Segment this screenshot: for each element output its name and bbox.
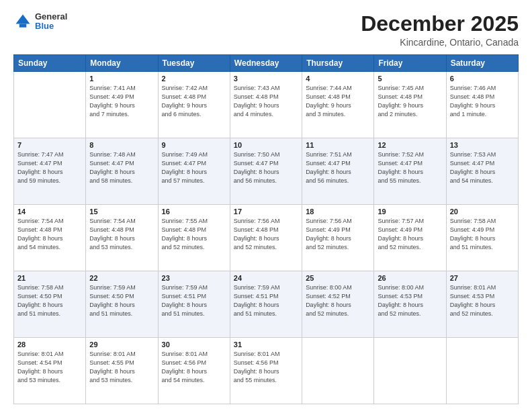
day-info: Sunrise: 8:00 AM Sunset: 4:53 PM Dayligh… xyxy=(378,283,442,318)
table-row: 10Sunrise: 7:50 AM Sunset: 4:47 PM Dayli… xyxy=(230,138,302,205)
day-info: Sunrise: 8:01 AM Sunset: 4:55 PM Dayligh… xyxy=(89,350,154,385)
table-row: 27Sunrise: 8:01 AM Sunset: 4:53 PM Dayli… xyxy=(446,271,518,338)
table-row: 18Sunrise: 7:56 AM Sunset: 4:49 PM Dayli… xyxy=(302,205,374,271)
table-row: 9Sunrise: 7:49 AM Sunset: 4:47 PM Daylig… xyxy=(158,138,230,205)
calendar-location: Kincardine, Ontario, Canada xyxy=(361,37,519,48)
col-friday: Friday xyxy=(374,55,446,72)
day-info: Sunrise: 7:50 AM Sunset: 4:47 PM Dayligh… xyxy=(234,150,298,185)
day-info: Sunrise: 8:00 AM Sunset: 4:52 PM Dayligh… xyxy=(306,283,370,318)
day-info: Sunrise: 7:56 AM Sunset: 4:48 PM Dayligh… xyxy=(234,217,298,252)
day-number: 30 xyxy=(162,340,226,349)
table-row: 31Sunrise: 8:01 AM Sunset: 4:56 PM Dayli… xyxy=(230,338,302,404)
header-row: Sunday Monday Tuesday Wednesday Thursday… xyxy=(14,55,519,72)
calendar-week-row: 21Sunrise: 7:58 AM Sunset: 4:50 PM Dayli… xyxy=(14,271,519,338)
day-number: 3 xyxy=(234,75,298,83)
day-info: Sunrise: 7:51 AM Sunset: 4:47 PM Dayligh… xyxy=(306,150,370,185)
day-info: Sunrise: 8:01 AM Sunset: 4:56 PM Dayligh… xyxy=(234,350,298,385)
table-row: 28Sunrise: 8:01 AM Sunset: 4:54 PM Dayli… xyxy=(14,338,86,404)
day-info: Sunrise: 7:58 AM Sunset: 4:49 PM Dayligh… xyxy=(450,217,515,252)
day-number: 6 xyxy=(450,75,515,83)
col-tuesday: Tuesday xyxy=(158,55,230,72)
day-number: 4 xyxy=(306,75,370,83)
col-monday: Monday xyxy=(86,55,158,72)
day-number: 11 xyxy=(306,141,370,149)
calendar-week-row: 28Sunrise: 8:01 AM Sunset: 4:54 PM Dayli… xyxy=(14,338,519,404)
table-row: 12Sunrise: 7:52 AM Sunset: 4:47 PM Dayli… xyxy=(374,138,446,205)
table-row: 15Sunrise: 7:54 AM Sunset: 4:48 PM Dayli… xyxy=(86,205,158,271)
day-info: Sunrise: 7:42 AM Sunset: 4:48 PM Dayligh… xyxy=(162,84,226,119)
day-number: 17 xyxy=(234,208,298,216)
day-number: 28 xyxy=(17,340,82,349)
day-number: 22 xyxy=(89,274,154,282)
day-number: 5 xyxy=(378,75,442,83)
day-info: Sunrise: 7:49 AM Sunset: 4:47 PM Dayligh… xyxy=(162,150,226,185)
day-number: 18 xyxy=(306,208,370,216)
day-number: 23 xyxy=(162,274,226,282)
table-row: 26Sunrise: 8:00 AM Sunset: 4:53 PM Dayli… xyxy=(374,271,446,338)
day-number: 20 xyxy=(450,208,515,216)
table-row xyxy=(14,72,86,138)
calendar-title: December 2025 xyxy=(361,12,519,36)
day-info: Sunrise: 8:01 AM Sunset: 4:56 PM Dayligh… xyxy=(162,350,226,385)
day-number: 21 xyxy=(17,274,82,282)
table-row: 2Sunrise: 7:42 AM Sunset: 4:48 PM Daylig… xyxy=(158,72,230,138)
col-saturday: Saturday xyxy=(446,55,518,72)
col-thursday: Thursday xyxy=(302,55,374,72)
table-row: 17Sunrise: 7:56 AM Sunset: 4:48 PM Dayli… xyxy=(230,205,302,271)
table-row xyxy=(446,338,518,404)
day-info: Sunrise: 7:57 AM Sunset: 4:49 PM Dayligh… xyxy=(378,217,442,252)
header: General Blue December 2025 Kincardine, O… xyxy=(13,12,519,48)
day-info: Sunrise: 8:01 AM Sunset: 4:54 PM Dayligh… xyxy=(17,350,82,385)
logo-icon xyxy=(13,12,32,31)
day-number: 31 xyxy=(234,340,298,349)
table-row: 1Sunrise: 7:41 AM Sunset: 4:49 PM Daylig… xyxy=(86,72,158,138)
title-block: December 2025 Kincardine, Ontario, Canad… xyxy=(361,12,519,48)
day-info: Sunrise: 7:59 AM Sunset: 4:50 PM Dayligh… xyxy=(89,283,154,318)
table-row: 25Sunrise: 8:00 AM Sunset: 4:52 PM Dayli… xyxy=(302,271,374,338)
day-info: Sunrise: 7:54 AM Sunset: 4:48 PM Dayligh… xyxy=(17,217,82,252)
table-row: 8Sunrise: 7:48 AM Sunset: 4:47 PM Daylig… xyxy=(86,138,158,205)
logo-blue-text: Blue xyxy=(35,21,67,31)
day-number: 7 xyxy=(17,141,82,149)
day-info: Sunrise: 7:58 AM Sunset: 4:50 PM Dayligh… xyxy=(17,283,82,318)
day-info: Sunrise: 7:43 AM Sunset: 4:48 PM Dayligh… xyxy=(234,84,298,119)
table-row: 19Sunrise: 7:57 AM Sunset: 4:49 PM Dayli… xyxy=(374,205,446,271)
table-row: 3Sunrise: 7:43 AM Sunset: 4:48 PM Daylig… xyxy=(230,72,302,138)
table-row: 16Sunrise: 7:55 AM Sunset: 4:48 PM Dayli… xyxy=(158,205,230,271)
day-number: 27 xyxy=(450,274,515,282)
col-sunday: Sunday xyxy=(14,55,86,72)
day-info: Sunrise: 7:52 AM Sunset: 4:47 PM Dayligh… xyxy=(378,150,442,185)
day-info: Sunrise: 7:44 AM Sunset: 4:48 PM Dayligh… xyxy=(306,84,370,119)
table-row: 4Sunrise: 7:44 AM Sunset: 4:48 PM Daylig… xyxy=(302,72,374,138)
logo-general-text: General xyxy=(35,12,67,21)
col-wednesday: Wednesday xyxy=(230,55,302,72)
table-row: 20Sunrise: 7:58 AM Sunset: 4:49 PM Dayli… xyxy=(446,205,518,271)
day-number: 12 xyxy=(378,141,442,149)
day-info: Sunrise: 7:59 AM Sunset: 4:51 PM Dayligh… xyxy=(162,283,226,318)
day-number: 14 xyxy=(17,208,82,216)
day-number: 19 xyxy=(378,208,442,216)
table-row: 5Sunrise: 7:45 AM Sunset: 4:48 PM Daylig… xyxy=(374,72,446,138)
day-info: Sunrise: 7:54 AM Sunset: 4:48 PM Dayligh… xyxy=(89,217,154,252)
svg-marker-0 xyxy=(16,15,30,24)
calendar-week-row: 1Sunrise: 7:41 AM Sunset: 4:49 PM Daylig… xyxy=(14,72,519,138)
table-row: 23Sunrise: 7:59 AM Sunset: 4:51 PM Dayli… xyxy=(158,271,230,338)
logo-text: General Blue xyxy=(35,12,67,32)
table-row: 7Sunrise: 7:47 AM Sunset: 4:47 PM Daylig… xyxy=(14,138,86,205)
day-info: Sunrise: 7:41 AM Sunset: 4:49 PM Dayligh… xyxy=(89,84,154,119)
table-row: 22Sunrise: 7:59 AM Sunset: 4:50 PM Dayli… xyxy=(86,271,158,338)
day-number: 10 xyxy=(234,141,298,149)
day-number: 2 xyxy=(162,75,226,83)
day-number: 26 xyxy=(378,274,442,282)
table-row: 29Sunrise: 8:01 AM Sunset: 4:55 PM Dayli… xyxy=(86,338,158,404)
table-row: 14Sunrise: 7:54 AM Sunset: 4:48 PM Dayli… xyxy=(14,205,86,271)
day-number: 16 xyxy=(162,208,226,216)
page: General Blue December 2025 Kincardine, O… xyxy=(0,0,532,411)
table-row: 21Sunrise: 7:58 AM Sunset: 4:50 PM Dayli… xyxy=(14,271,86,338)
day-info: Sunrise: 7:53 AM Sunset: 4:47 PM Dayligh… xyxy=(450,150,515,185)
day-number: 24 xyxy=(234,274,298,282)
day-info: Sunrise: 7:45 AM Sunset: 4:48 PM Dayligh… xyxy=(378,84,442,119)
day-info: Sunrise: 7:47 AM Sunset: 4:47 PM Dayligh… xyxy=(17,150,82,185)
day-number: 9 xyxy=(162,141,226,149)
calendar-table: Sunday Monday Tuesday Wednesday Thursday… xyxy=(13,54,519,404)
